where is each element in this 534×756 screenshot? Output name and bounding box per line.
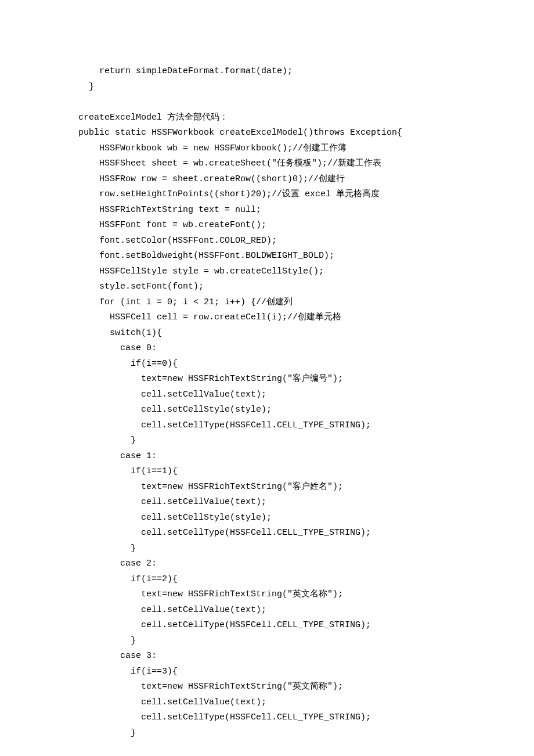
code-line: public static HSSFWorkbook createExcelMo… <box>78 125 534 141</box>
code-line: cell.setCellType(HSSFCell.CELL_TYPE_STRI… <box>78 710 534 726</box>
code-line: if(i==1){ <box>78 464 534 480</box>
code-line: cell.setCellValue(text); <box>78 603 534 618</box>
code-line: text=new HSSFRichTextString("客户编号"); <box>78 372 534 387</box>
code-line: } <box>78 726 534 741</box>
code-line: for (int i = 0; i < 21; i++) {//创建列 <box>78 295 534 311</box>
code-line: case 0: <box>78 341 534 357</box>
code-line: HSSFCellStyle style = wb.createCellStyle… <box>78 264 534 280</box>
code-line: cell.setCellValue(text); <box>78 495 534 510</box>
code-line: createExcelModel 方法全部代码： <box>78 110 534 126</box>
code-line: } <box>78 541 534 557</box>
code-line: case 2: <box>78 556 534 572</box>
code-line: cell.setCellType(HSSFCell.CELL_TYPE_STRI… <box>78 618 534 633</box>
code-line: cell.setCellValue(text); <box>78 695 534 711</box>
code-line: text=new HSSFRichTextString("客户姓名"); <box>78 480 534 495</box>
code-line: } <box>78 80 534 95</box>
code-line: HSSFFont font = wb.createFont(); <box>78 218 534 233</box>
code-line <box>78 95 534 110</box>
code-line: HSSFRichTextString text = null; <box>78 203 534 218</box>
code-line: case 3: <box>78 649 534 664</box>
code-line: if(i==0){ <box>78 357 534 372</box>
code-line: return simpleDateFormat.format(date); <box>78 64 534 80</box>
code-line: HSSFCell cell = row.createCell(i);//创建单元… <box>78 310 534 326</box>
code-line: text=new HSSFRichTextString("英文名称"); <box>78 587 534 603</box>
code-line: cell.setCellType(HSSFCell.CELL_TYPE_STRI… <box>78 525 534 541</box>
code-line: font.setBoldweight(HSSFFont.BOLDWEIGHT_B… <box>78 249 534 264</box>
code-line: if(i==2){ <box>78 572 534 588</box>
code-line: text=new HSSFRichTextString("英文简称"); <box>78 679 534 695</box>
code-line: case 1: <box>78 449 534 465</box>
code-line: if(i==3){ <box>78 664 534 680</box>
code-line: cell.setCellStyle(style); <box>78 510 534 526</box>
code-line: } <box>78 633 534 649</box>
code-line: cell.setCellValue(text); <box>78 387 534 403</box>
code-line: cell.setCellStyle(style); <box>78 402 534 418</box>
code-line: row.setHeightInPoints((short)20);//设置 ex… <box>78 187 534 203</box>
document-page: return simpleDateFormat.format(date); } … <box>0 0 534 756</box>
code-line: style.setFont(font); <box>78 279 534 295</box>
code-line: cell.setCellType(HSSFCell.CELL_TYPE_STRI… <box>78 418 534 434</box>
code-line: switch(i){ <box>78 326 534 341</box>
code-line: HSSFRow row = sheet.createRow((short)0);… <box>78 172 534 188</box>
code-line: font.setColor(HSSFFont.COLOR_RED); <box>78 233 534 249</box>
code-line: HSSFWorkbook wb = new HSSFWorkbook();//创… <box>78 141 534 157</box>
code-line: } <box>78 433 534 449</box>
code-line: HSSFSheet sheet = wb.createSheet("任务模板")… <box>78 156 534 172</box>
